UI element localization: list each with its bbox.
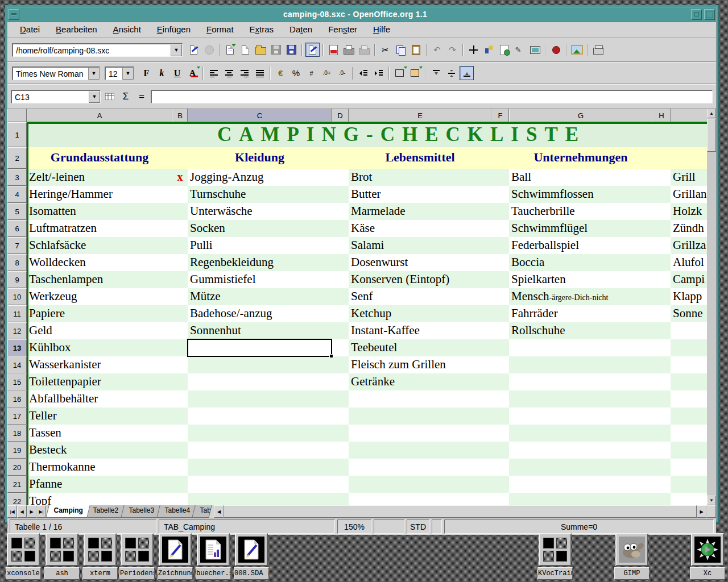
align-top-icon[interactable]	[429, 66, 443, 80]
open-folder-icon[interactable]	[254, 43, 268, 57]
cell-C11[interactable]: Badehose/-anzug	[188, 305, 332, 322]
cell-D9[interactable]	[332, 271, 349, 288]
cell-D21[interactable]	[332, 476, 349, 493]
cell-H21[interactable]	[652, 476, 671, 493]
cell-A22[interactable]: Topf	[27, 493, 172, 505]
print-icon[interactable]	[342, 43, 356, 57]
cell-G6[interactable]: Schwimmflügel	[509, 220, 652, 237]
cell-D7[interactable]	[332, 237, 349, 254]
cell-E3[interactable]: Brot	[349, 169, 491, 186]
cell-G13[interactable]	[509, 339, 652, 356]
cell-A21[interactable]: Pfanne	[27, 476, 172, 493]
column-header-A[interactable]: A	[27, 109, 172, 122]
font-color-icon[interactable]: A	[185, 66, 200, 80]
cell-A8[interactable]: Wolldecken	[27, 254, 172, 271]
select-all-corner[interactable]	[7, 109, 27, 122]
row-header-17[interactable]: 17	[7, 408, 27, 425]
hyperlink-icon[interactable]	[497, 43, 511, 57]
save-as-icon[interactable]	[284, 43, 299, 57]
menu-bearbeiten[interactable]: Bearbeiten	[49, 23, 104, 36]
row-header-12[interactable]: 12	[7, 322, 27, 339]
cell-C7[interactable]: Pulli	[188, 237, 332, 254]
italic-icon[interactable]: k	[155, 66, 169, 80]
cell-E20[interactable]	[349, 459, 491, 476]
row-header-1[interactable]: 1	[7, 122, 27, 147]
x-window-icon[interactable]	[121, 533, 154, 566]
cell-C19[interactable]	[188, 442, 332, 459]
sum-icon[interactable]: Σ	[119, 90, 133, 103]
align-center-icon[interactable]	[222, 66, 236, 80]
cell-B22[interactable]	[172, 493, 188, 505]
cell-F10[interactable]	[491, 288, 509, 305]
cell-H4[interactable]	[652, 186, 671, 203]
cell-B8[interactable]	[172, 254, 188, 271]
category-header[interactable]: Kleidung	[188, 147, 332, 169]
cell-I5[interactable]: Holzk	[671, 203, 707, 220]
cell-A17[interactable]: Teller	[27, 408, 172, 425]
cell-E18[interactable]	[349, 425, 491, 442]
column-header-F[interactable]: F	[491, 109, 509, 122]
desktop-icon-xterm[interactable]: xterm	[82, 533, 118, 580]
cell-C22[interactable]	[188, 493, 332, 505]
cell-B15[interactable]	[172, 373, 188, 390]
desktop-icon-ash[interactable]: ash	[44, 533, 80, 580]
desktop-icon-buecher-sd[interactable]: buecher.sd	[196, 533, 231, 580]
cell-C16[interactable]	[188, 390, 332, 408]
cell-reference[interactable]: C13	[12, 91, 89, 103]
edit-mode-icon[interactable]	[305, 43, 320, 57]
url-dropdown-arrow[interactable]: ▼	[171, 44, 182, 56]
x-window-icon[interactable]	[7, 533, 40, 566]
cell-F22[interactable]	[491, 493, 509, 505]
cell-I7[interactable]: Grillza	[671, 237, 707, 254]
cell-D3[interactable]	[332, 169, 349, 186]
cell-H22[interactable]	[652, 493, 671, 505]
scroll-right-icon[interactable]: ▶	[697, 505, 706, 518]
row-header-20[interactable]: 20	[7, 459, 27, 476]
cell-G3[interactable]: Ball	[509, 169, 652, 186]
cell-B4[interactable]	[172, 186, 188, 203]
cell-D12[interactable]	[332, 322, 349, 339]
cell-B16[interactable]	[172, 390, 188, 408]
cell-F6[interactable]	[491, 220, 509, 237]
cell-E4[interactable]: Butter	[349, 186, 491, 203]
decrease-indent-icon[interactable]	[356, 66, 370, 80]
cell-H3[interactable]	[652, 169, 671, 186]
cell-I19[interactable]	[671, 442, 707, 459]
cell-F17[interactable]	[491, 408, 509, 425]
cell-A14[interactable]: Wasserkanister	[27, 356, 172, 373]
desktop-icon-zeichnung[interactable]: Zeichnung-	[158, 533, 193, 580]
cell-D6[interactable]	[332, 220, 349, 237]
cell-I8[interactable]: Alufol	[671, 254, 707, 271]
cell-I15[interactable]	[671, 373, 707, 390]
font-name-dropdown-arrow[interactable]: ▼	[88, 68, 100, 80]
cell-A9[interactable]: Taschenlampen	[27, 271, 172, 288]
borders-icon[interactable]	[392, 66, 407, 80]
cell-E7[interactable]: Salami	[349, 237, 491, 254]
cell-G21[interactable]	[509, 476, 652, 493]
cell-B9[interactable]	[172, 271, 188, 288]
cell-B3[interactable]: x	[172, 169, 188, 186]
cell-I21[interactable]	[671, 476, 707, 493]
cell-E19[interactable]	[349, 442, 491, 459]
cell-H17[interactable]	[652, 408, 671, 425]
virtual-screen-icon[interactable]	[528, 43, 542, 57]
stylist-icon[interactable]	[482, 43, 496, 57]
cell-C9[interactable]: Gummistiefel	[188, 271, 332, 288]
record-icon[interactable]	[549, 43, 563, 57]
cell-G9[interactable]: Spielkarten	[509, 271, 652, 288]
cell-B19[interactable]	[172, 442, 188, 459]
window-menu-button[interactable]	[9, 9, 19, 20]
empty-cell[interactable]	[332, 147, 349, 169]
sheet-tab-tabelle3[interactable]: Tabelle3	[121, 505, 162, 518]
cell-G19[interactable]	[509, 442, 652, 459]
column-header-B[interactable]: B	[172, 109, 188, 122]
prev-sheet-icon[interactable]: ◀	[17, 505, 27, 518]
cell-B10[interactable]	[172, 288, 188, 305]
font-size-dropdown-arrow[interactable]: ▼	[122, 68, 134, 80]
edit-links-icon[interactable]: ✎	[512, 43, 527, 57]
last-sheet-icon[interactable]: ▶|	[36, 505, 46, 518]
cell-I9[interactable]: Campi	[671, 271, 707, 288]
cell-F21[interactable]	[491, 476, 509, 493]
x-window-icon[interactable]	[84, 533, 117, 566]
x-window-icon[interactable]	[46, 533, 78, 566]
